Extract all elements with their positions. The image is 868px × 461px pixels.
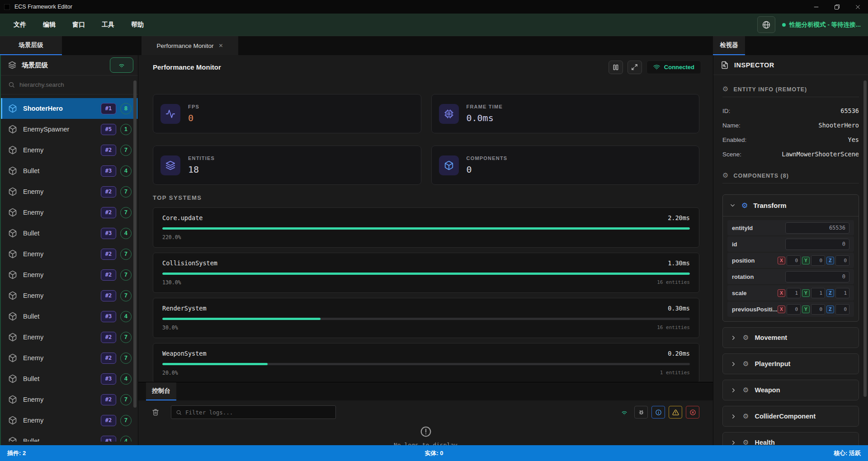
- component-card-collapsed[interactable]: ⚙ Weapon: [722, 380, 859, 400]
- hierarchy-list-item[interactable]: ShooterHero #1 8: [1, 98, 138, 119]
- system-percent: 20.0%: [162, 370, 178, 376]
- axis-z-badge: Z: [826, 289, 834, 297]
- archetype-badge: #3: [101, 165, 116, 177]
- info-filter-button[interactable]: [651, 406, 665, 419]
- debug-filter-button[interactable]: [634, 406, 648, 419]
- hierarchy-list-item[interactable]: Bullet #3 4: [1, 306, 138, 327]
- component-count-badge: 1: [120, 124, 132, 135]
- split-view-button[interactable]: [609, 61, 623, 74]
- expand-icon: [631, 64, 638, 71]
- archetype-badge: #2: [101, 207, 116, 218]
- hierarchy-list-item[interactable]: EnemySpawner #5 1: [1, 119, 138, 140]
- cube-icon: [8, 395, 17, 404]
- menu-item[interactable]: 帮助: [131, 21, 144, 29]
- remote-log-icon[interactable]: [621, 409, 628, 416]
- x-value-input[interactable]: 0: [787, 304, 801, 315]
- y-value-input[interactable]: 1: [811, 288, 825, 298]
- hierarchy-list-item[interactable]: Enemy #2 7: [1, 327, 138, 348]
- axis-x-badge: X: [778, 306, 785, 313]
- hierarchy-scrollbar[interactable]: [133, 80, 137, 408]
- hierarchy-list-item[interactable]: Enemy #2 7: [1, 181, 138, 202]
- property-row: id 0: [727, 236, 854, 252]
- component-card-collapsed[interactable]: ⚙ PlayerInput: [722, 353, 859, 374]
- component-header[interactable]: ⚙ Transform: [723, 195, 859, 216]
- hierarchy-list-item[interactable]: Enemy #2 7: [1, 348, 138, 368]
- x-value-input[interactable]: 0: [787, 255, 801, 266]
- entity-name: Bullet: [23, 437, 39, 442]
- entity-name: Enemy: [23, 146, 43, 154]
- app-window: ECS Framework Editor 文件编辑窗口工具帮助 性能分析模式 -…: [0, 0, 868, 461]
- clear-logs-button[interactable]: [152, 409, 159, 416]
- value-input[interactable]: 65536: [785, 222, 849, 234]
- stat-card: FRAME TIME 0.0ms: [431, 94, 700, 133]
- inspector-scrollbar[interactable]: [863, 80, 867, 397]
- cube-icon: [8, 208, 17, 217]
- z-value-input[interactable]: 0: [835, 255, 849, 266]
- entity-name: Enemy: [23, 334, 43, 341]
- x-value-input[interactable]: 1: [787, 288, 801, 298]
- restore-button[interactable]: [826, 0, 847, 14]
- hierarchy-search-input[interactable]: [19, 81, 131, 88]
- hierarchy-list-item[interactable]: Enemy #2 7: [1, 285, 138, 306]
- component-card-collapsed[interactable]: ⚙ ColliderComponent: [722, 406, 859, 427]
- archetype-badge: #3: [101, 436, 116, 442]
- component-card-collapsed[interactable]: ⚙ Movement: [722, 327, 859, 348]
- z-value-input[interactable]: 1: [835, 288, 849, 298]
- chevron-down-icon: [729, 202, 736, 209]
- gear-icon: ⚙: [743, 413, 749, 420]
- window-controls: [806, 0, 868, 14]
- menu-item[interactable]: 工具: [102, 21, 114, 29]
- component-count-badge: 7: [120, 207, 132, 218]
- archetype-badge: #2: [101, 353, 116, 364]
- hierarchy-list-item[interactable]: Bullet #3 4: [1, 368, 138, 389]
- hierarchy-list-item[interactable]: Bullet #3 4: [1, 431, 138, 442]
- y-value-input[interactable]: 0: [811, 255, 825, 266]
- close-button[interactable]: [847, 0, 868, 14]
- header-buttons: Connected: [609, 61, 701, 74]
- entity-field-row: ID: 65536: [722, 103, 859, 118]
- hierarchy-list-item[interactable]: Bullet #3 4: [1, 223, 138, 244]
- hierarchy-list-item[interactable]: Enemy #2 7: [1, 202, 138, 223]
- warning-filter-button[interactable]: [669, 406, 682, 419]
- remote-connection-button[interactable]: [110, 57, 133, 73]
- minimize-button[interactable]: [806, 0, 826, 14]
- tab-inspector[interactable]: 检视器: [713, 36, 745, 55]
- language-globe-button[interactable]: [757, 16, 775, 33]
- system-card: RenderSystem 0.30ms 30.0% 16 entities: [153, 298, 699, 338]
- hierarchy-list-item[interactable]: Enemy #2 7: [1, 244, 138, 264]
- y-value-input[interactable]: 0: [811, 304, 825, 315]
- value-input[interactable]: 0: [785, 239, 849, 250]
- z-value-input[interactable]: 0: [835, 304, 849, 315]
- close-tab-icon[interactable]: ✕: [219, 42, 223, 49]
- menu-item[interactable]: 文件: [14, 21, 26, 29]
- hierarchy-list-item[interactable]: Enemy #2 7: [1, 410, 138, 431]
- cube-icon: [8, 374, 17, 383]
- status-dot-icon: [782, 23, 786, 27]
- menu-item[interactable]: 编辑: [43, 21, 56, 29]
- wifi-icon: [653, 64, 660, 71]
- hierarchy-list-item[interactable]: Bullet #3 4: [1, 160, 138, 181]
- tab-console[interactable]: 控制台: [146, 382, 176, 400]
- hierarchy-list-item[interactable]: Enemy #2 7: [1, 140, 138, 160]
- window-title: ECS Framework Editor: [14, 4, 72, 10]
- inspector-panel: INSPECTOR ⚙ ENTITY INFO (REMOTE) ID: 655…: [713, 55, 868, 445]
- stat-value: 0.0ms: [467, 113, 503, 123]
- log-filter-input[interactable]: [185, 409, 331, 416]
- error-filter-button[interactable]: [686, 406, 699, 419]
- chevron-right-icon: [730, 387, 737, 394]
- connected-button[interactable]: Connected: [646, 61, 701, 74]
- value-input[interactable]: 0: [785, 271, 849, 282]
- chevron-right-icon: [730, 334, 737, 341]
- tab-performance-monitor[interactable]: Performance Monitor ✕: [142, 36, 238, 55]
- titlebar: ECS Framework Editor: [0, 0, 868, 14]
- tab-scene-hierarchy[interactable]: 场景层级: [0, 36, 62, 55]
- system-card: CollisionSystem 1.30ms 130.0% 16 entitie…: [153, 253, 699, 293]
- hierarchy-list-item[interactable]: Enemy #2 7: [1, 389, 138, 410]
- component-card-collapsed[interactable]: ⚙ Health: [722, 432, 859, 445]
- inspect-document-icon: [721, 61, 729, 69]
- menu-item[interactable]: 窗口: [72, 21, 85, 29]
- expand-button[interactable]: [627, 61, 642, 74]
- hierarchy-list-item[interactable]: Enemy #2 7: [1, 264, 138, 285]
- menu-items: 文件编辑窗口工具帮助: [14, 21, 144, 29]
- system-name: Core.update: [162, 214, 203, 221]
